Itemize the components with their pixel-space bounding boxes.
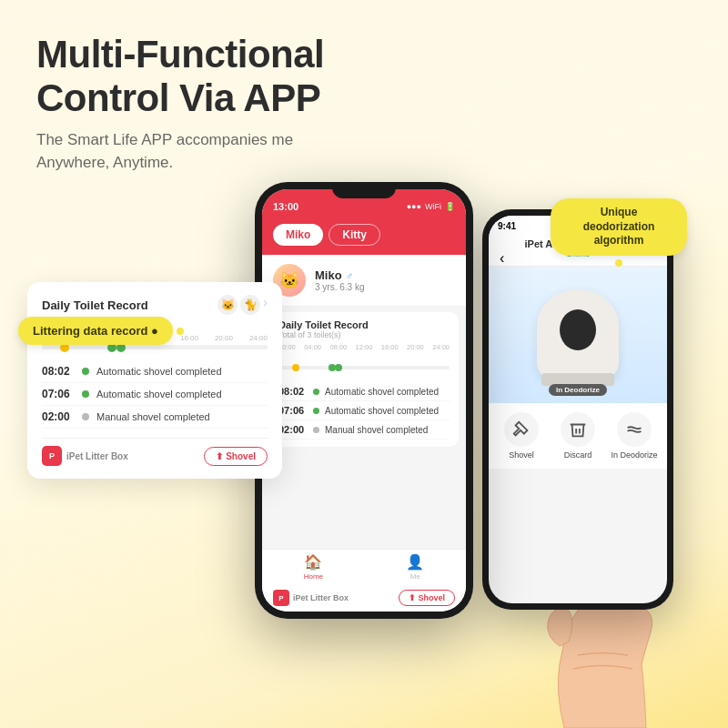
event-time-3: 02:00: [278, 424, 308, 435]
card-event-time-2: 07:06: [42, 388, 75, 400]
timeline-labels: 00:0004:0008:0012:0016:0020:0024:00: [278, 343, 450, 351]
timeline-dot-2: [329, 364, 336, 371]
pet-details: Miko ♂ 3 yrs. 6.3 kg: [315, 268, 364, 292]
pet-gender: ♂: [346, 270, 353, 281]
littering-data-label: Littering data record ●: [18, 317, 173, 345]
card-brand-name: iPet Litter Box: [66, 451, 128, 461]
timeline-dot-3: [292, 364, 299, 371]
action-discard[interactable]: Discard: [552, 412, 603, 460]
deodorize-label: Unique deodorization algorithm: [551, 198, 687, 256]
list-item: 08:02 Automatic shovel completed: [42, 360, 268, 383]
deodorize-icon-circle: [617, 412, 652, 447]
timeline-track: [278, 366, 450, 369]
pet-stats: 3 yrs. 6.3 kg: [315, 282, 364, 292]
brand-name: iPet Litter Box: [293, 593, 349, 602]
bottom-nav: 🏠 Home 👤 Me: [262, 549, 466, 584]
shovel-label: Shovel: [509, 450, 534, 460]
shovel-button[interactable]: ⬆ Shovel: [399, 590, 455, 606]
list-item: 08:02 Automatic shovel completed: [278, 382, 450, 401]
litter-box-image: [532, 280, 623, 389]
device-image-area: In Deodorize: [489, 267, 667, 403]
event-dot-1: [313, 389, 319, 395]
card-icon-1[interactable]: 🐱: [217, 295, 238, 315]
event-dot-3: [313, 427, 319, 433]
event-text-2: Automatic shovel completed: [325, 406, 439, 416]
pet-info: 🐱 Miko ♂ 3 yrs. 6.3 kg: [262, 255, 466, 307]
header: Multi-Functional Control Via APP The Sma…: [0, 0, 728, 184]
phone2-time: 9:41: [498, 221, 516, 231]
card-brand-logo: P: [42, 446, 62, 466]
phone-notch: [332, 182, 396, 198]
pet-name: Miko: [315, 268, 342, 282]
brand-logo: P: [273, 590, 289, 606]
record-section: Daily Toilet Record Total of 3 toilet(s)…: [269, 312, 459, 447]
card-action-icons: 🐱 🐈 ›: [217, 295, 268, 315]
action-shovel[interactable]: Shovel: [496, 412, 547, 460]
list-item: 07:06 Automatic shovel completed: [42, 383, 268, 406]
phone-main: 13:00 ●●● WiFi 🔋 Miko Kitty 🐱 Miko ♂ 3 y…: [255, 182, 473, 619]
card-chevron-icon[interactable]: ›: [263, 295, 268, 315]
list-item: 02:00 Manual shovel completed: [278, 420, 450, 440]
action-deodorize[interactable]: In Deodorize: [609, 412, 660, 460]
card-brand: P iPet Litter Box: [42, 446, 128, 466]
list-item: 07:06 Automatic shovel completed: [278, 401, 450, 420]
phone-footer: P iPet Litter Box ⬆ Shovel: [262, 583, 466, 612]
timeline-dot-1: [335, 364, 342, 371]
card-icon-2[interactable]: 🐈: [240, 295, 260, 315]
list-item: 02:00 Manual shovel completed: [42, 406, 268, 429]
card-timeline-track: [42, 345, 268, 349]
nav-home[interactable]: 🏠 Home: [304, 553, 323, 581]
back-icon[interactable]: ‹: [500, 250, 504, 267]
phone2-screen: 9:41 ▲▲▲ ▼ ▮▮ ‹ iPet Automatic C...34fr …: [489, 216, 667, 603]
event-text-1: Automatic shovel completed: [325, 387, 439, 397]
nav-me[interactable]: 👤 Me: [406, 553, 424, 581]
deodorize-state-label: In Deodorize: [549, 384, 607, 396]
shovel-icon-circle: [504, 412, 539, 447]
timeline-bar: [278, 357, 450, 379]
discard-label: Discard: [564, 450, 592, 460]
discard-icon-circle: [561, 412, 595, 447]
card-title: Daily Toilet Record: [42, 298, 148, 312]
card-event-dot-1: [82, 368, 89, 375]
record-title: Daily Toilet Record: [278, 319, 450, 330]
litter-box-body: [537, 289, 619, 380]
tab-kitty[interactable]: Kitty: [329, 224, 380, 246]
litter-box-hole: [560, 309, 596, 350]
action-buttons-row: Shovel Discard: [489, 403, 667, 469]
event-dot-2: [313, 408, 319, 414]
subtitle: The Smart Life APP accompanies me Anywhe…: [36, 128, 692, 175]
daily-record-card: Daily Toilet Record 🐱 🐈 › Total of 3 toi…: [27, 282, 282, 479]
deodorize-label-text: In Deodorize: [611, 450, 657, 460]
phone-status-icons: ●●● WiFi 🔋: [407, 202, 455, 211]
card-event-text-1: Automatic shovel completed: [96, 366, 222, 377]
footer-brand: P iPet Litter Box: [273, 590, 349, 606]
card-event-dot-2: [82, 390, 89, 398]
card-event-time-1: 08:02: [42, 365, 75, 378]
event-time-2: 07:06: [278, 405, 308, 416]
card-footer: P iPet Litter Box ⬆ Shovel: [42, 438, 268, 466]
card-header: Daily Toilet Record 🐱 🐈 ›: [42, 295, 268, 315]
card-event-dot-3: [82, 413, 89, 420]
card-shovel-button[interactable]: ⬆ Shovel: [204, 447, 268, 466]
phone-second: 9:41 ▲▲▲ ▼ ▮▮ ‹ iPet Automatic C...34fr …: [482, 209, 673, 610]
tab-miko[interactable]: Miko: [273, 224, 323, 246]
card-event-text-2: Automatic shovel completed: [96, 389, 222, 399]
card-event-time-3: 02:00: [42, 410, 75, 423]
event-text-3: Manual shovel completed: [325, 425, 428, 435]
event-time-1: 08:02: [278, 386, 308, 397]
phone-screen: 13:00 ●●● WiFi 🔋 Miko Kitty 🐱 Miko ♂ 3 y…: [262, 189, 466, 612]
app-tabs: Miko Kitty: [262, 218, 466, 255]
card-event-text-3: Manual shovel completed: [96, 411, 210, 422]
record-subtitle: Total of 3 toilet(s): [278, 330, 450, 339]
main-title: Multi-Functional Control Via APP: [36, 33, 692, 121]
phone-time: 13:00: [273, 201, 298, 212]
